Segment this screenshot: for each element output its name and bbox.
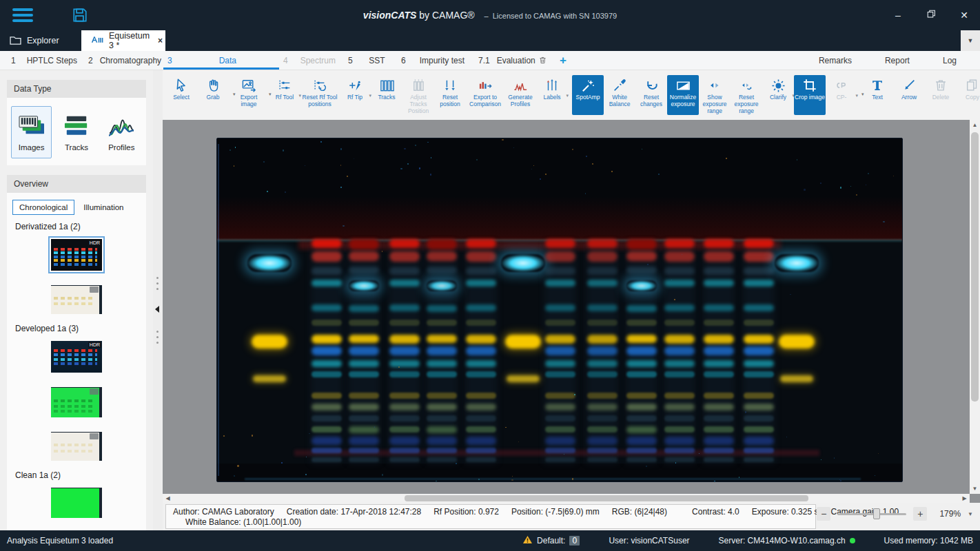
sidebar-splitter[interactable] [153, 70, 163, 530]
status-item: User: visionCATSuser [609, 536, 689, 545]
plate-band [587, 371, 617, 377]
spotamp-button[interactable]: SpotAmp [572, 75, 604, 115]
zoom-out-button[interactable]: − [817, 507, 830, 521]
plate-band [389, 393, 420, 399]
plate-band [466, 346, 496, 355]
reset-exposure-range-button[interactable]: Reset exposure range [731, 75, 762, 115]
delete-step-icon[interactable] [538, 56, 547, 65]
plate-red-zone [217, 196, 902, 240]
zoom-slider[interactable] [837, 513, 906, 515]
tab-explorer[interactable]: Explorer [0, 30, 81, 51]
export-image-button[interactable]: Export image [233, 75, 265, 115]
plate-band [466, 448, 496, 453]
toolbar-button-label: Rf Tool [276, 94, 294, 101]
step-tab-chromatography[interactable]: 2Chromatography [84, 51, 163, 70]
plate-band [389, 335, 420, 344]
plate-band [587, 346, 617, 355]
reset-rf-tool-positions-button[interactable]: Reset Rf Tool positions [300, 75, 339, 115]
status-item-text: Default: [537, 536, 565, 545]
scroll-left-icon[interactable]: ◀ [163, 494, 173, 503]
plate-band [427, 437, 457, 445]
clarify-button[interactable]: Clarify▾ [762, 75, 794, 115]
zoom-slider-thumb[interactable] [873, 508, 880, 519]
toolbar-button-label: Delete [932, 94, 950, 101]
thumbnail-green-bands[interactable] [51, 387, 102, 417]
plate-band [744, 415, 774, 422]
minimize-button[interactable]: – [892, 10, 904, 21]
overview-tab-illumination[interactable]: Illumination [77, 200, 130, 214]
close-button[interactable]: ✕ [958, 10, 970, 21]
normalize-exposure-button[interactable]: Normalize exposure [667, 75, 699, 115]
rf-tip-button[interactable]: Rf Tip▾ [339, 75, 371, 115]
step-tab-impurity-test[interactable]: 6Impurity test [397, 51, 474, 70]
step-tab-sst[interactable]: 5SST [344, 51, 397, 70]
tab-overflow-dropdown[interactable]: ▼ [961, 30, 980, 51]
data-type-images[interactable]: Images [11, 106, 52, 158]
zoom-dropdown-icon[interactable]: ▼ [968, 511, 973, 517]
scroll-up-icon[interactable]: ▲ [970, 120, 980, 130]
collapse-sidebar-icon[interactable] [155, 306, 159, 313]
plate-band [744, 239, 774, 248]
data-type-tracks[interactable]: Tracks [56, 106, 96, 158]
toolbar-button-label: Generate Profiles [505, 94, 535, 108]
step-tab-hptlc-steps[interactable]: 1HPTLC Steps [7, 51, 84, 70]
overview-tab-chronological[interactable]: Chronological [12, 200, 74, 215]
thumbnail-dark-developed[interactable]: HDR [51, 341, 102, 373]
text-button[interactable]: Text [861, 75, 893, 115]
plate-band [744, 304, 774, 311]
scroll-right-icon[interactable]: ▶ [959, 494, 970, 503]
main-menu-icon[interactable] [12, 8, 33, 22]
plate-band [466, 251, 496, 262]
plate-band [545, 415, 575, 422]
reset-changes-button[interactable]: Reset changes [635, 75, 667, 115]
add-step-button[interactable]: + [551, 51, 575, 70]
dropdown-caret-icon[interactable]: ▾ [566, 93, 569, 98]
step-label: SST [357, 56, 397, 65]
white-balance-button[interactable]: White Balance [604, 75, 635, 115]
dropdown-caret-icon[interactable]: ▾ [855, 93, 858, 98]
default-count-badge[interactable]: 0 [569, 536, 580, 545]
export-to-comparison-button[interactable]: Export to Comparison [466, 75, 504, 115]
step-number: 7.1 [478, 56, 490, 65]
step-tab-evaluation[interactable]: 7.1Evaluation [474, 51, 551, 70]
close-tab-icon[interactable]: × [158, 36, 163, 45]
plate-band [349, 448, 379, 453]
restore-button[interactable] [925, 9, 937, 21]
tab-analysis-equisetum[interactable]: Equisetum 3 * × [81, 30, 165, 51]
plate-band [427, 267, 457, 273]
thumbnail-dark-derivatized[interactable]: HDR [51, 239, 102, 271]
info-item: White Balance: (1.00|1.00|1.00) [185, 517, 301, 527]
plate-band [349, 457, 379, 462]
plate-band [389, 320, 420, 326]
step-link-remarks[interactable]: Remarks [819, 56, 852, 65]
generate-profiles-button[interactable]: Generate Profiles [504, 75, 536, 115]
select-button[interactable]: Select [165, 75, 197, 115]
arrow-button[interactable]: Arrow [893, 75, 925, 115]
vertical-scrollbar[interactable]: ▲ ▼ [970, 120, 980, 494]
horizontal-scrollbar[interactable]: ◀ ▶ [163, 494, 970, 503]
step-tab-data[interactable]: 3Data [163, 51, 279, 70]
crop-image-button[interactable]: Crop image [794, 75, 826, 115]
labels-button[interactable]: Labels▾ [536, 75, 568, 115]
tracks-button[interactable]: Tracks [371, 75, 402, 115]
plate-band [704, 335, 734, 344]
zoom-in-button[interactable]: + [913, 507, 927, 521]
thumbnail-white-deriv[interactable] [51, 285, 102, 314]
thumbnail-white-faint[interactable] [51, 432, 102, 461]
thumbnail-green-solid[interactable] [51, 488, 102, 518]
grab-button[interactable]: Grab [197, 75, 229, 115]
show-exposure-range-button[interactable]: Show exposure range [699, 75, 731, 115]
horizontal-scroll-thumb[interactable] [405, 495, 808, 501]
rf-tool-button[interactable]: Rf Tool▾ [269, 75, 300, 115]
vertical-scroll-thumb[interactable] [971, 132, 979, 402]
plate-image[interactable] [216, 138, 903, 482]
save-icon[interactable] [72, 7, 88, 23]
reset-position-button[interactable]: Reset position [434, 75, 466, 115]
scroll-down-icon[interactable]: ▼ [970, 484, 980, 494]
data-type-profiles[interactable]: Profiles [101, 106, 142, 158]
step-link-log[interactable]: Log [943, 56, 957, 65]
plate-band [466, 320, 496, 326]
plate-band [312, 267, 342, 275]
plate-band [427, 426, 457, 433]
step-link-report[interactable]: Report [885, 56, 910, 65]
